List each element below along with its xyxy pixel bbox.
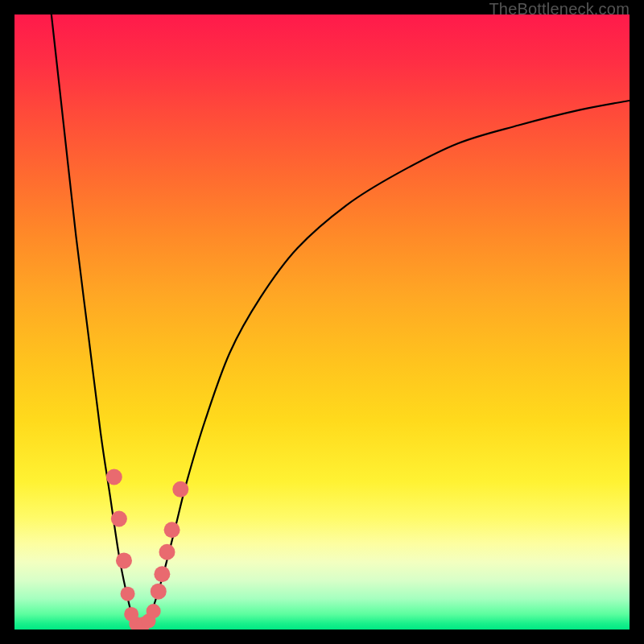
curve-marker [172,481,188,497]
curve-marker [121,587,135,601]
curve-marker [106,469,122,485]
plot-svg [14,14,630,630]
curve-marker [154,566,170,582]
curve-marker [116,552,132,568]
curve-right-branch [141,101,630,630]
curve-marker [151,584,167,600]
curve-marker [164,522,180,538]
curve-marker [111,510,127,526]
watermark-text: TheBottleneck.com [489,0,630,19]
curve-marker [159,544,175,560]
plot-frame [14,14,630,630]
curve-marker [147,604,161,618]
curve-left-branch [52,14,141,630]
